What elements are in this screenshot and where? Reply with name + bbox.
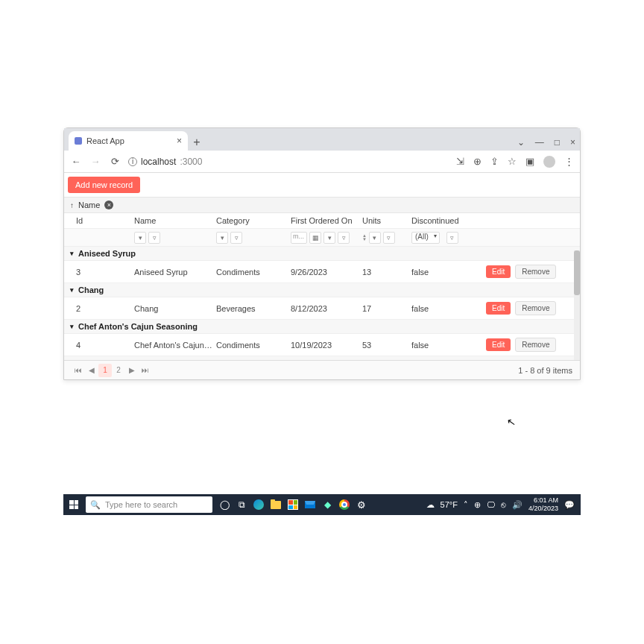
onedrive-icon[interactable]: ☁ <box>426 500 435 510</box>
clear-filter-icon[interactable]: ▿ <box>446 232 458 244</box>
disc-filter-dropdown[interactable]: (All) <box>411 232 440 244</box>
clear-filter-icon[interactable]: ▿ <box>148 232 160 244</box>
taskbar-search[interactable]: 🔍 Type here to search <box>86 496 212 513</box>
page-first-icon[interactable]: ⏮ <box>72 364 85 377</box>
group-panel[interactable]: ↑ Name × <box>64 197 580 213</box>
ms-store-icon[interactable] <box>285 497 300 512</box>
battery-icon[interactable]: 🖵 <box>487 500 495 509</box>
star-icon[interactable]: ☆ <box>508 156 517 167</box>
start-button[interactable] <box>63 494 84 515</box>
browser-window: React App × + ⌄ — □ × ← → ⟳ i localhost:… <box>63 127 581 380</box>
tray-chevron-icon[interactable]: ˄ <box>464 500 468 510</box>
edit-button[interactable]: Edit <box>486 265 511 278</box>
page-last-icon[interactable]: ⏭ <box>139 364 152 377</box>
zoom-icon[interactable]: ⊕ <box>473 156 482 167</box>
col-category[interactable]: Category <box>216 216 291 225</box>
new-tab-button[interactable]: + <box>188 136 206 151</box>
filter-icon[interactable]: ▾ <box>323 232 335 244</box>
calendar-icon[interactable]: ▦ <box>309 232 321 244</box>
install-icon[interactable]: ⇲ <box>456 156 464 167</box>
vertical-scrollbar[interactable] <box>574 250 580 360</box>
cell-name: Chang <box>134 304 216 313</box>
group-title: Chef Anton's Gumbo Mix <box>78 359 176 360</box>
windows-logo-icon <box>69 500 78 509</box>
mail-icon[interactable] <box>303 497 318 512</box>
page-prev-icon[interactable]: ◀ <box>85 364 98 377</box>
page-2-button[interactable]: 2 <box>112 364 125 377</box>
task-view-icon[interactable]: ⧉ <box>234 497 249 512</box>
group-header[interactable]: ▾Chef Anton's Gumbo Mix <box>64 356 580 360</box>
share-icon[interactable]: ⇪ <box>490 156 499 167</box>
chrome-icon[interactable] <box>337 497 352 512</box>
filter-icon[interactable]: ▾ <box>134 232 146 244</box>
grid-header: Id Name Category First Ordered On Units … <box>64 213 580 229</box>
browser-tab[interactable]: React App × <box>69 131 188 151</box>
app-icon[interactable]: ◆ <box>320 497 335 512</box>
clear-filter-icon[interactable]: ▿ <box>230 232 242 244</box>
extensions-icon[interactable]: ▣ <box>525 156 534 167</box>
file-explorer-icon[interactable] <box>268 497 283 512</box>
edge-icon[interactable] <box>251 497 266 512</box>
pager: ⏮ ◀ 1 2 ▶ ⏭ 1 - 8 of 9 items <box>64 360 580 379</box>
back-icon[interactable]: ← <box>70 156 82 167</box>
cortana-icon[interactable]: ◯ <box>217 497 232 512</box>
profile-avatar[interactable] <box>543 156 555 168</box>
settings-gear-icon[interactable]: ⚙ <box>354 497 369 512</box>
notifications-icon[interactable]: 💬 <box>564 500 575 510</box>
remove-button[interactable]: Remove <box>515 301 556 315</box>
group-header[interactable]: ▾Chang <box>64 283 580 297</box>
cell-discontinued: false <box>411 304 486 313</box>
page-next-icon[interactable]: ▶ <box>125 364 139 377</box>
pager-info: 1 - 8 of 9 items <box>518 366 572 375</box>
add-record-button[interactable]: Add new record <box>68 177 140 193</box>
url-host: localhost <box>141 157 176 167</box>
reload-icon[interactable]: ⟳ <box>109 156 121 167</box>
col-date[interactable]: First Ordered On <box>291 216 362 225</box>
cell-actions: EditRemove <box>486 265 566 279</box>
site-info-icon[interactable]: i <box>128 157 137 166</box>
window-controls: ⌄ — □ × <box>517 137 575 151</box>
page-1-button[interactable]: 1 <box>98 364 112 377</box>
cell-actions: EditRemove <box>486 301 566 315</box>
network-icon[interactable]: ⊕ <box>474 500 481 510</box>
group-header[interactable]: ▾Aniseed Syrup <box>64 247 580 261</box>
close-tab-icon[interactable]: × <box>177 136 182 146</box>
url-field[interactable]: i localhost:3000 <box>128 157 202 167</box>
data-grid: Id Name Category First Ordered On Units … <box>64 213 580 360</box>
chevron-down-icon[interactable]: ⌄ <box>517 137 525 148</box>
remove-button[interactable]: Remove <box>515 338 556 352</box>
filter-icon[interactable]: ▾ <box>369 232 381 244</box>
col-id[interactable]: Id <box>76 216 134 225</box>
remove-group-icon[interactable]: × <box>104 201 113 209</box>
group-header[interactable]: ▾Chef Anton's Cajun Seasoning <box>64 320 580 334</box>
kebab-menu-icon[interactable]: ⋮ <box>564 156 574 167</box>
filter-icon[interactable]: ▾ <box>216 232 228 244</box>
favicon-icon <box>75 137 82 145</box>
spinner-icon[interactable]: ▲▼ <box>362 234 367 242</box>
edit-button[interactable]: Edit <box>486 302 511 315</box>
scrollbar-thumb[interactable] <box>574 250 580 295</box>
clear-filter-icon[interactable]: ▿ <box>338 232 350 244</box>
volume-icon[interactable]: 🔊 <box>512 500 523 510</box>
col-discontinued[interactable]: Discontinued <box>411 216 486 225</box>
forward-icon[interactable]: → <box>89 156 101 167</box>
cell-units: 13 <box>362 268 411 277</box>
cell-id: 3 <box>76 268 134 277</box>
taskbar-pinned: ◯ ⧉ ◆ ⚙ <box>217 497 369 512</box>
close-window-icon[interactable]: × <box>570 137 575 148</box>
date-filter-input[interactable]: m... <box>291 232 307 244</box>
taskbar-clock[interactable]: 6:01 AM 4/20/2023 <box>528 496 558 513</box>
wifi-icon[interactable]: ⎋ <box>501 500 506 509</box>
clock-date: 4/20/2023 <box>528 505 558 513</box>
maximize-icon[interactable]: □ <box>555 137 560 148</box>
remove-button[interactable]: Remove <box>515 265 556 279</box>
cell-date: 8/12/2023 <box>291 304 362 313</box>
col-units[interactable]: Units <box>362 216 411 225</box>
clear-filter-icon[interactable]: ▿ <box>383 232 395 244</box>
edit-button[interactable]: Edit <box>486 338 511 351</box>
cell-date: 9/26/2023 <box>291 268 362 277</box>
minimize-icon[interactable]: — <box>535 137 544 148</box>
weather-widget[interactable]: 57°F <box>441 500 458 509</box>
caret-down-icon: ▾ <box>70 250 74 257</box>
col-name[interactable]: Name <box>134 216 216 225</box>
